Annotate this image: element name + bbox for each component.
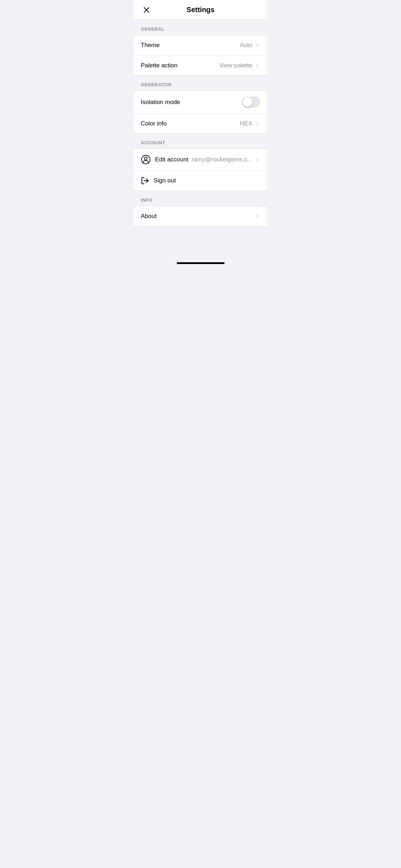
account-group: Edit account ramy@rocketgems.c... Sign o…: [134, 149, 267, 191]
theme-label: Theme: [141, 42, 160, 49]
isolation-mode-row-left: Isolation mode: [141, 99, 180, 106]
edit-account-email: ramy@rocketgems.c...: [192, 156, 252, 163]
about-row-right: [255, 213, 260, 219]
about-row[interactable]: About: [134, 206, 267, 226]
edit-account-chevron-icon: [255, 157, 260, 162]
isolation-mode-row[interactable]: Isolation mode: [134, 91, 267, 113]
theme-chevron-icon: [255, 42, 260, 48]
color-info-value: HEX: [240, 120, 252, 127]
isolation-mode-row-right: [242, 97, 260, 108]
toggle-thumb: [243, 97, 252, 107]
section-header-generator: GENERATOR: [134, 76, 267, 91]
sign-out-row-left: Sign out: [141, 176, 176, 185]
color-info-row[interactable]: Color info HEX: [134, 113, 267, 133]
svg-point-3: [144, 157, 147, 160]
sign-out-row[interactable]: Sign out: [134, 170, 267, 191]
page-title: Settings: [186, 6, 215, 14]
section-label-info: INFO: [141, 197, 153, 203]
isolation-mode-toggle[interactable]: [242, 97, 260, 108]
toggle-track: [242, 97, 260, 108]
color-info-label: Color info: [141, 120, 167, 127]
general-group: Theme Auto Palette action View palette: [134, 35, 267, 76]
section-header-general: GENERAL: [134, 20, 267, 35]
section-label-general: GENERAL: [141, 26, 165, 32]
edit-account-row[interactable]: Edit account ramy@rocketgems.c...: [134, 149, 267, 170]
palette-action-row-left: Palette action: [141, 62, 178, 69]
theme-row-left: Theme: [141, 42, 160, 49]
palette-action-row[interactable]: Palette action View palette: [134, 55, 267, 75]
account-icon: [141, 155, 151, 165]
bottom-spacer: [134, 227, 267, 255]
section-label-account: ACCOUNT: [141, 140, 165, 145]
palette-action-row-right: View palette: [220, 62, 260, 69]
edit-account-label: Edit account: [155, 156, 189, 163]
edit-account-row-left: Edit account: [141, 155, 189, 165]
color-info-row-right: HEX: [240, 120, 260, 127]
close-icon: [143, 6, 150, 14]
palette-action-chevron-icon: [255, 63, 260, 68]
theme-value: Auto: [240, 42, 252, 49]
home-indicator: [177, 262, 225, 264]
color-info-row-left: Color info: [141, 120, 167, 127]
palette-action-value: View palette: [220, 62, 252, 69]
color-info-chevron-icon: [255, 121, 260, 126]
isolation-mode-label: Isolation mode: [141, 99, 180, 106]
section-header-info: INFO: [134, 191, 267, 206]
section-header-account: ACCOUNT: [134, 134, 267, 149]
theme-row[interactable]: Theme Auto: [134, 35, 267, 55]
palette-action-label: Palette action: [141, 62, 178, 69]
edit-account-row-right: ramy@rocketgems.c...: [192, 156, 260, 163]
info-group: About: [134, 206, 267, 227]
sign-out-icon: [141, 176, 149, 185]
about-label: About: [141, 213, 156, 220]
generator-group: Isolation mode Color info HEX: [134, 91, 267, 134]
theme-row-right: Auto: [240, 42, 260, 49]
section-label-generator: GENERATOR: [141, 82, 171, 87]
header: Settings: [134, 0, 267, 20]
sign-out-label: Sign out: [154, 177, 176, 184]
about-chevron-icon: [255, 213, 260, 219]
about-row-left: About: [141, 213, 156, 220]
close-button[interactable]: [141, 4, 152, 16]
